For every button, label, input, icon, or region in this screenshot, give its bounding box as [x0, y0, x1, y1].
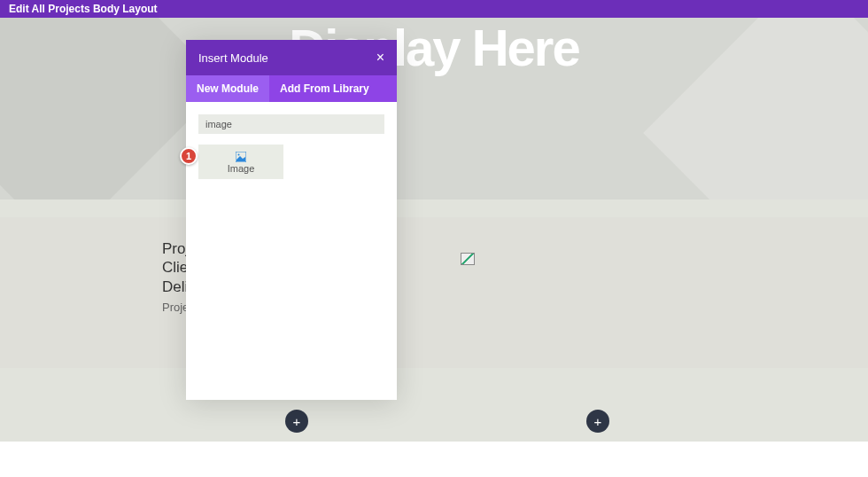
module-item-image[interactable]: Image: [198, 145, 283, 179]
add-section-button-left[interactable]: +: [285, 410, 308, 433]
bottom-strip: [0, 442, 868, 477]
module-item-label: Image: [202, 163, 280, 174]
insert-module-modal: Insert Module × New Module Add From Libr…: [186, 40, 397, 400]
broken-image-icon: [461, 253, 475, 265]
topbar-title: Edit All Projects Body Layout: [9, 3, 158, 15]
annotation-badge-1: 1: [180, 147, 198, 165]
badge-number: 1: [186, 151, 191, 161]
modal-tabs: New Module Add From Library: [186, 75, 397, 102]
editor-topbar: Edit All Projects Body Layout: [0, 0, 868, 18]
plus-icon: +: [293, 414, 301, 429]
modal-header: Insert Module ×: [186, 40, 397, 75]
module-search-input[interactable]: [198, 114, 384, 134]
modal-title: Insert Module: [198, 51, 268, 65]
module-grid: Image: [198, 145, 384, 179]
image-module-icon: [236, 150, 246, 160]
close-icon[interactable]: ×: [376, 51, 384, 65]
tab-new-module[interactable]: New Module: [186, 75, 269, 102]
plus-icon: +: [594, 414, 602, 429]
add-section-button-right[interactable]: +: [586, 410, 609, 433]
modal-body: Image: [186, 102, 397, 400]
svg-point-1: [238, 154, 240, 156]
tab-add-from-library[interactable]: Add From Library: [269, 75, 380, 102]
content-midband: [0, 217, 868, 368]
page-background: Display Here Proje Clien Deliv Projec + …: [0, 18, 868, 477]
